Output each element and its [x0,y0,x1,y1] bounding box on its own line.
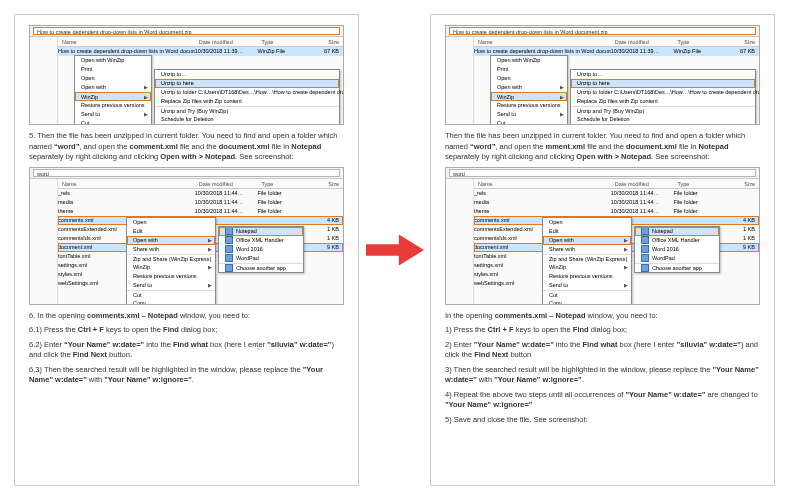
file-row[interactable]: theme10/30/2018 11:44…File folder [474,207,759,216]
context-menu-2[interactable]: OpenEditOpen with▶Share with▶Zip and Sha… [542,217,632,305]
menu-item[interactable]: Open [127,218,215,227]
menu-item[interactable]: Unzip to here [571,79,755,88]
menu-item[interactable]: Open with▶ [75,83,151,92]
context-menu-2[interactable]: OpenEditOpen with▶Share with▶Zip and Sha… [126,217,216,305]
col-name-head: Name [58,37,195,46]
menu-item[interactable]: Unzip and Try (Buy WinZip) [155,106,339,115]
openwith-submenu[interactable]: NotepadOffice XML HandlerWord 2016WordPa… [634,226,720,273]
menu-item[interactable]: Schedule for Deletion [155,115,339,124]
menu-item[interactable]: Open with▶ [543,236,631,245]
openwith-item[interactable]: Choose another app [219,263,303,272]
right-2: 2) Enter "Your Name" w:date=" into the F… [445,340,760,361]
menu-item[interactable]: Cut [543,290,631,299]
step5-text: 5. Then the file has been unzipped in cu… [29,131,344,163]
file-row[interactable]: media10/30/2018 11:44…File folder [58,198,343,207]
context-menu[interactable]: Open with WinZipPrintOpenOpen with▶WinZi… [490,55,568,125]
col-date-head: Date modified [195,37,258,46]
openwith-item[interactable]: WordPad [219,254,303,263]
menu-item[interactable]: Restore previous versions [543,272,631,281]
menu-item[interactable]: E-Mail How to create dependent drop-down… [155,124,339,125]
menu-item[interactable]: Open [75,74,151,83]
menu-item[interactable]: Edit [127,227,215,236]
explorer-zip-panel: How to create dependent drop-down lists … [29,25,344,125]
menu-item[interactable]: Edit [543,227,631,236]
menu-item[interactable]: Unzip to here [155,79,339,88]
openwith-item[interactable]: Notepad [219,227,303,236]
openwith-item[interactable]: WordPad [635,254,719,263]
menu-item[interactable]: Share with▶ [127,245,215,254]
menu-item[interactable]: WinZip▶ [491,92,567,101]
right-intro: In the opening comments.xml – Notepad wi… [445,311,760,322]
menu-item[interactable]: Send to▶ [543,281,631,290]
menu-item[interactable]: Send to▶ [491,110,567,119]
page-left: How to create dependent drop-down lists … [14,14,359,486]
menu-item[interactable]: Cut [491,119,567,125]
file-row[interactable]: _rels10/30/2018 11:44…File folder [474,189,759,198]
menu-item[interactable]: Send to▶ [75,110,151,119]
arrow-icon [366,230,424,270]
menu-item[interactable]: Restore previous versions [127,272,215,281]
menu-item[interactable]: Copy [543,299,631,305]
right-1: 1) Press the Ctrl + F keys to open the F… [445,325,760,336]
openwith-item[interactable]: Choose another app [635,263,719,272]
context-menu[interactable]: Open with WinZipPrintOpenOpen with▶WinZi… [74,55,152,125]
right-4: 4) Repeat the above two steps until all … [445,390,760,411]
menu-item[interactable]: Unzip to folder C:\Users\DT168\Des…\How…… [571,88,755,97]
menu-item[interactable]: Open with WinZip [75,56,151,65]
menu-item[interactable]: Send to▶ [127,281,215,290]
step6-1: 6.1) Press the Ctrl + F keys to open the… [29,325,344,336]
menu-item[interactable]: Cut [75,119,151,125]
menu-item[interactable]: E-Mail How to create dependent drop-down… [571,124,755,125]
arrow-column [360,230,430,270]
file-row[interactable]: theme10/30/2018 11:44…File folder [58,207,343,216]
winzip-submenu[interactable]: Unzip to…Unzip to hereUnzip to folder C:… [154,69,340,125]
address-path-2: word [33,169,340,177]
chevron-right-icon: ▶ [624,281,628,290]
address-path: How to create dependent drop-down lists … [33,27,340,35]
menu-item[interactable]: Share with▶ [543,245,631,254]
step6-2: 6.2) Enter “Your Name" w:date=" into the… [29,340,344,361]
menu-item[interactable]: Replace Zip files with Zip content [155,97,339,106]
openwith-item[interactable]: Office XML Handler [219,236,303,245]
right-5: 5) Save and close the file. See screensh… [445,415,760,426]
menu-item[interactable]: Print [491,65,567,74]
menu-item[interactable]: Open with▶ [127,236,215,245]
file-row[interactable]: _rels10/30/2018 11:44…File folder [58,189,343,198]
chevron-right-icon: ▶ [208,245,212,254]
menu-item[interactable]: Zip and Share (WinZip Express) [543,254,631,263]
menu-item[interactable]: Unzip to folder C:\Users\DT168\Des…\How…… [155,88,339,97]
menu-item[interactable]: Unzip to… [571,70,755,79]
menu-item[interactable]: Restore previous versions [75,101,151,110]
winzip-submenu[interactable]: Unzip to…Unzip to hereUnzip to folder C:… [570,69,756,125]
menu-item[interactable]: Restore previous versions [491,101,567,110]
file-row[interactable]: media10/30/2018 11:44…File folder [474,198,759,207]
menu-item[interactable]: Cut [127,290,215,299]
menu-item[interactable]: WinZip▶ [543,263,631,272]
chevron-right-icon: ▶ [208,263,212,272]
menu-item[interactable]: Copy [127,299,215,305]
menu-item[interactable]: Zip and Share (WinZip Express) [127,254,215,263]
chevron-right-icon: ▶ [624,236,628,245]
openwith-item[interactable]: Notepad [635,227,719,236]
openwith-item[interactable]: Word 2016 [635,245,719,254]
page-right: How to create dependent drop-down lists … [430,14,775,486]
menu-item[interactable]: Replace Zip files with Zip content [571,97,755,106]
menu-item[interactable]: Unzip to… [155,70,339,79]
menu-item[interactable]: Open with WinZip [491,56,567,65]
menu-item[interactable]: WinZip▶ [127,263,215,272]
menu-item[interactable]: Open [543,218,631,227]
openwith-item[interactable]: Office XML Handler [635,236,719,245]
chevron-right-icon: ▶ [624,263,628,272]
menu-item[interactable]: Open with▶ [491,83,567,92]
menu-item[interactable]: Schedule for Deletion [571,115,755,124]
explorer-addrbar-2: word [30,168,343,179]
chevron-right-icon: ▶ [560,83,564,92]
menu-item[interactable]: Unzip and Try (Buy WinZip) [571,106,755,115]
menu-item[interactable]: Open [491,74,567,83]
menu-item[interactable]: WinZip▶ [75,92,151,101]
openwith-item[interactable]: Word 2016 [219,245,303,254]
openwith-submenu[interactable]: NotepadOffice XML HandlerWord 2016WordPa… [218,226,304,273]
step6-3: 6.3) Then the searched result will be hi… [29,365,344,386]
right-3: 3) Then the searched result will be high… [445,365,760,386]
menu-item[interactable]: Print [75,65,151,74]
